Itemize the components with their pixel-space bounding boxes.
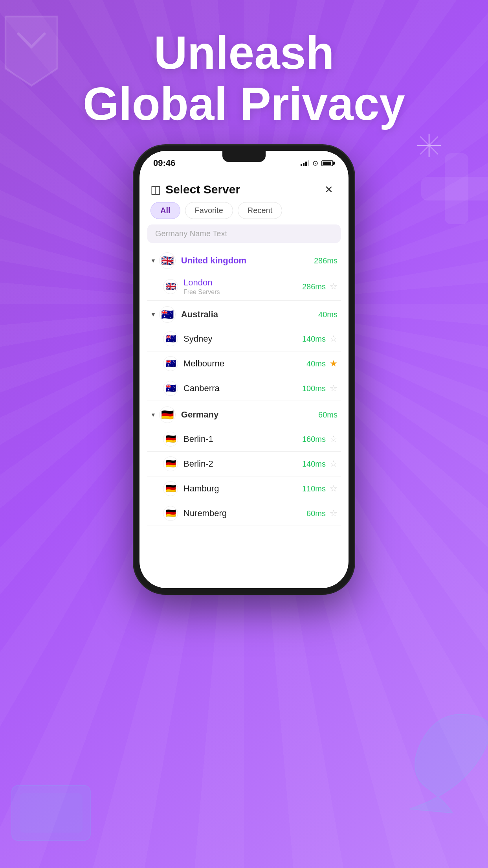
tab-bar: All Favorite Recent bbox=[139, 202, 349, 224]
city-right-canberra: 100ms ☆ bbox=[302, 383, 338, 394]
ping-germany: 60ms bbox=[318, 410, 338, 419]
city-right-london: 286ms ☆ bbox=[302, 281, 338, 292]
city-berlin1[interactable]: 🇩🇪 Berlin-1 160ms ☆ bbox=[147, 427, 341, 452]
city-info-hamburg: Hamburg bbox=[183, 484, 302, 494]
wifi-icon: ⊙ bbox=[312, 159, 318, 167]
close-button[interactable]: ✕ bbox=[320, 181, 338, 198]
city-right-nuremberg: 60ms ☆ bbox=[306, 508, 338, 519]
battery-icon bbox=[321, 160, 335, 166]
headline: Unleash Global Privacy bbox=[0, 28, 488, 130]
city-name-berlin1: Berlin-1 bbox=[183, 434, 302, 444]
svg-rect-0 bbox=[445, 153, 468, 224]
flag-hamburg: 🇩🇪 bbox=[163, 481, 178, 496]
flag-canberra: 🇦🇺 bbox=[163, 381, 178, 396]
star-canberra[interactable]: ☆ bbox=[330, 383, 338, 394]
phone-mockup: 09:46 ⊙ bbox=[134, 145, 354, 594]
star-berlin1[interactable]: ☆ bbox=[330, 434, 338, 444]
city-london[interactable]: 🇬🇧 London Free Servers 286ms ☆ bbox=[147, 273, 341, 301]
country-name-germany: Germany bbox=[181, 410, 318, 420]
country-uk: ▼ 🇬🇧 United kingdom 286ms 🇬🇧 London Free… bbox=[147, 247, 341, 301]
city-melbourne[interactable]: 🇦🇺 Melbourne 40ms ★ bbox=[147, 351, 341, 376]
svg-line-5 bbox=[420, 137, 438, 154]
headline-line1: Unleash bbox=[0, 28, 488, 79]
ping-hamburg: 110ms bbox=[302, 484, 326, 493]
star-sydney[interactable]: ☆ bbox=[330, 334, 338, 344]
city-right-melbourne: 40ms ★ bbox=[306, 359, 338, 369]
tab-all[interactable]: All bbox=[150, 202, 180, 219]
bg-curve-shape bbox=[390, 711, 488, 829]
city-info-sydney: Sydney bbox=[183, 334, 302, 344]
app-content: ◫ Select Server ✕ All Favorite Recent Ge… bbox=[139, 171, 349, 588]
city-right-hamburg: 110ms ☆ bbox=[302, 484, 338, 494]
country-germany: ▼ 🇩🇪 Germany 60ms 🇩🇪 Berlin-1 bbox=[147, 401, 341, 526]
city-right-sydney: 140ms ☆ bbox=[302, 334, 338, 344]
ping-berlin1: 160ms bbox=[302, 435, 326, 444]
city-canberra[interactable]: 🇦🇺 Canberra 100ms ☆ bbox=[147, 376, 341, 401]
city-info-nuremberg: Nuremberg bbox=[183, 508, 306, 519]
city-info-berlin2: Berlin-2 bbox=[183, 459, 302, 469]
flag-australia: 🇦🇺 bbox=[159, 306, 176, 323]
city-name-hamburg: Hamburg bbox=[183, 484, 302, 494]
city-info-london: London Free Servers bbox=[183, 278, 302, 296]
status-time: 09:46 bbox=[153, 158, 175, 168]
city-name-sydney: Sydney bbox=[183, 334, 302, 344]
tab-recent[interactable]: Recent bbox=[238, 202, 282, 219]
ping-nuremberg: 60ms bbox=[306, 509, 326, 518]
city-name-nuremberg: Nuremberg bbox=[183, 508, 306, 519]
flag-berlin1: 🇩🇪 bbox=[163, 432, 178, 447]
chevron-australia: ▼ bbox=[150, 311, 156, 318]
city-info-berlin1: Berlin-1 bbox=[183, 434, 302, 444]
country-header-uk[interactable]: ▼ 🇬🇧 United kingdom 286ms bbox=[147, 247, 341, 273]
city-info-melbourne: Melbourne bbox=[183, 359, 306, 369]
ping-london: 286ms bbox=[302, 282, 326, 291]
headline-line2: Global Privacy bbox=[0, 79, 488, 130]
status-icons: ⊙ bbox=[301, 159, 335, 167]
city-sub-london: Free Servers bbox=[183, 289, 302, 296]
city-name-canberra: Canberra bbox=[183, 383, 302, 394]
signal-icon bbox=[301, 160, 309, 166]
ping-melbourne: 40ms bbox=[306, 359, 326, 368]
star-london[interactable]: ☆ bbox=[330, 281, 338, 292]
flag-london: 🇬🇧 bbox=[163, 279, 178, 294]
flag-germany: 🇩🇪 bbox=[159, 406, 176, 423]
chevron-uk: ▼ bbox=[150, 257, 156, 264]
country-name-uk: United kingdom bbox=[181, 256, 314, 266]
city-right-berlin1: 160ms ☆ bbox=[302, 434, 338, 444]
app-header: ◫ Select Server ✕ bbox=[139, 175, 349, 202]
svg-rect-1 bbox=[421, 177, 488, 200]
svg-line-4 bbox=[420, 137, 438, 154]
city-name-london: London bbox=[183, 278, 302, 288]
ping-uk: 286ms bbox=[314, 256, 338, 265]
header-left: ◫ Select Server bbox=[150, 183, 240, 196]
ping-berlin2: 140ms bbox=[302, 460, 326, 469]
ping-australia: 40ms bbox=[318, 310, 338, 319]
phone-body: 09:46 ⊙ bbox=[134, 145, 354, 594]
flag-berlin2: 🇩🇪 bbox=[163, 456, 178, 471]
app-title: Select Server bbox=[165, 183, 240, 196]
svg-rect-6 bbox=[12, 785, 90, 840]
bg-cross-shape bbox=[417, 149, 488, 228]
bg-box-shape bbox=[8, 782, 94, 844]
country-header-germany[interactable]: ▼ 🇩🇪 Germany 60ms bbox=[147, 401, 341, 427]
city-sydney[interactable]: 🇦🇺 Sydney 140ms ☆ bbox=[147, 327, 341, 351]
screen: 09:46 ⊙ bbox=[139, 151, 349, 588]
star-melbourne[interactable]: ★ bbox=[330, 359, 338, 369]
server-list: ▼ 🇬🇧 United kingdom 286ms 🇬🇧 London Free… bbox=[139, 247, 349, 588]
notch bbox=[222, 151, 266, 162]
city-info-canberra: Canberra bbox=[183, 383, 302, 394]
country-header-australia[interactable]: ▼ 🇦🇺 Australia 40ms bbox=[147, 301, 341, 327]
search-bar[interactable]: Germany Name Text bbox=[147, 224, 341, 243]
city-berlin2[interactable]: 🇩🇪 Berlin-2 140ms ☆ bbox=[147, 452, 341, 476]
chevron-germany: ▼ bbox=[150, 412, 156, 418]
tab-favorite[interactable]: Favorite bbox=[185, 202, 233, 219]
city-name-melbourne: Melbourne bbox=[183, 359, 306, 369]
city-hamburg[interactable]: 🇩🇪 Hamburg 110ms ☆ bbox=[147, 476, 341, 501]
ping-sydney: 140ms bbox=[302, 335, 326, 344]
star-nuremberg[interactable]: ☆ bbox=[330, 508, 338, 519]
star-hamburg[interactable]: ☆ bbox=[330, 484, 338, 494]
flag-uk: 🇬🇧 bbox=[159, 252, 176, 269]
city-nuremberg[interactable]: 🇩🇪 Nuremberg 60ms ☆ bbox=[147, 501, 341, 526]
star-berlin2[interactable]: ☆ bbox=[330, 459, 338, 469]
server-icon: ◫ bbox=[150, 183, 161, 196]
svg-rect-7 bbox=[20, 793, 83, 833]
